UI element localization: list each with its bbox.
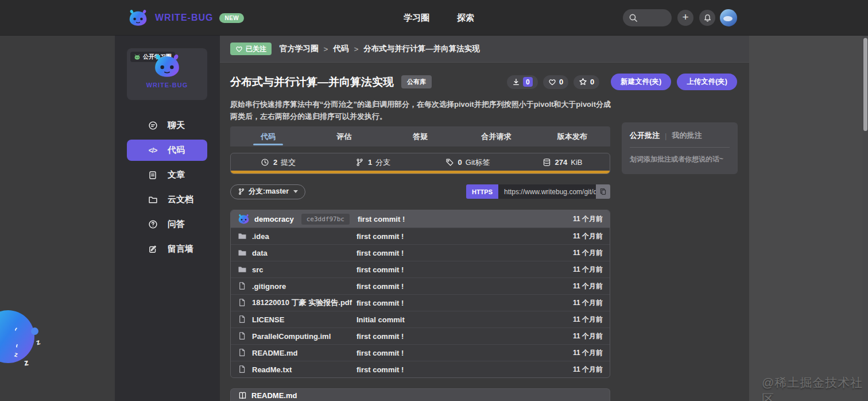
circle-card[interactable]: 公开学习圈 WRITE-BUG xyxy=(127,48,207,100)
create-new-button[interactable]: + xyxy=(677,10,693,26)
breadcrumb-repo[interactable]: 分布式与并行计算—并向算法实现 xyxy=(363,44,480,54)
green-bug-icon xyxy=(134,53,141,60)
annotation-placeholder[interactable]: 划词添加批注或者你想说的话~ xyxy=(630,155,730,164)
copy-icon xyxy=(599,188,607,195)
brand[interactable]: WRITE-BUG NEW xyxy=(127,0,244,36)
file-icon xyxy=(238,331,247,341)
heart-icon xyxy=(235,45,243,53)
like-count: 0 xyxy=(559,78,563,86)
sidebar-item-label: 代码 xyxy=(168,145,185,156)
app-window: WRITE-BUG NEW 学习圈 探索 + xyxy=(0,0,868,401)
file-row-readme-md[interactable]: README.md first commit ! 11 个月前 xyxy=(231,344,610,361)
file-row-license[interactable]: LICENSE Initial commit 11 个月前 xyxy=(231,311,610,327)
readme-section-header: README.md xyxy=(230,388,610,401)
annotation-tab-divider: | xyxy=(665,132,666,140)
sidebar-item-message-wall[interactable]: 留言墙 xyxy=(127,238,207,260)
user-avatar[interactable] xyxy=(720,9,737,26)
tab-public-annotations[interactable]: 公开批注 xyxy=(630,130,660,141)
file-row-idea[interactable]: .idea first commit ! 11 个月前 xyxy=(231,228,610,244)
question-icon xyxy=(148,219,158,230)
notifications-button[interactable] xyxy=(699,10,715,26)
repo-header: 分布式与并行计算—并向算法实现 公有库 0 xyxy=(230,73,737,91)
sidebar-item-code[interactable]: </> 代码 xyxy=(127,140,207,161)
file-icon xyxy=(238,365,247,374)
visibility-badge: 公有库 xyxy=(401,75,432,88)
like-count-pill[interactable]: 0 xyxy=(543,75,568,89)
download-icon xyxy=(512,78,520,86)
branch-selector[interactable]: 分支:master xyxy=(230,184,305,199)
circle-brand-text: WRITE-BUG xyxy=(127,82,207,88)
tab-code[interactable]: 代码 xyxy=(230,126,306,146)
branch-icon xyxy=(355,158,365,167)
folder-icon xyxy=(238,248,247,257)
file-row-readme-txt[interactable]: ReadMe.txt first commit ! 11 个月前 xyxy=(231,361,610,377)
download-count: 0 xyxy=(523,77,533,87)
star-count-pill[interactable]: 0 xyxy=(574,75,599,89)
tab-my-annotations[interactable]: 我的批注 xyxy=(672,130,702,141)
file-row-data[interactable]: data first commit ! 11 个月前 xyxy=(231,244,610,261)
sidebar-item-chat[interactable]: 聊天 xyxy=(127,115,207,136)
bell-icon xyxy=(703,14,712,22)
page-body: 公开学习圈 WRITE-BUG 聊天 </> xyxy=(0,36,868,401)
breadcrumb-section[interactable]: 代码 xyxy=(333,44,348,54)
commit-hash[interactable]: ce3ddf97bc xyxy=(301,214,350,225)
commit-author-avatar[interactable] xyxy=(238,214,250,225)
sidebar-item-label: 问答 xyxy=(168,219,185,230)
page-scrollbar[interactable] xyxy=(862,36,868,401)
sidebar-item-label: 云文档 xyxy=(168,194,193,205)
breadcrumb-separator: > xyxy=(324,45,328,53)
commits-stat[interactable]: 2 提交 xyxy=(231,153,326,171)
sidebar-item-label: 聊天 xyxy=(168,120,185,131)
branches-stat[interactable]: 1 分支 xyxy=(326,153,420,171)
new-file-button[interactable]: 新建文件(夹) xyxy=(611,74,671,90)
chevron-down-icon xyxy=(293,190,298,193)
repo-description: 原始串行快速排序算法中有“分而治之”的递归调用部分，在每次选择pivoit并把序… xyxy=(230,99,614,123)
file-row-src[interactable]: src first commit ! 11 个月前 xyxy=(231,261,610,277)
star-count: 0 xyxy=(590,78,594,86)
breadcrumb-circle[interactable]: 官方学习圈 xyxy=(280,44,319,54)
tab-qa[interactable]: 答疑 xyxy=(382,126,458,146)
commit-message[interactable]: first commit ! xyxy=(358,215,405,223)
file-icon xyxy=(238,282,247,291)
chat-icon xyxy=(148,121,158,131)
file-row-parallelcomputing-iml[interactable]: ParallelComputing.iml first commit ! 11 … xyxy=(231,327,610,344)
download-count-pill[interactable]: 0 xyxy=(507,75,538,89)
circle-robot-logo-icon xyxy=(153,53,181,79)
search-input[interactable] xyxy=(623,9,672,26)
main-content: 已关注 官方学习圈 > 代码 > 分布式与并行计算—并向算法实现 分布式与并行计… xyxy=(220,36,749,401)
commit-author-name[interactable]: democracy xyxy=(254,215,294,223)
sidebar-item-cloud-docs[interactable]: 云文档 xyxy=(127,189,207,210)
file-row-gitignore[interactable]: .gitignore first commit ! 11 个月前 xyxy=(231,277,610,294)
sidebar-item-label: 留言墙 xyxy=(168,244,193,255)
breadcrumb: 官方学习圈 > 代码 > 分布式与并行计算—并向算法实现 xyxy=(280,44,480,54)
tags-stat[interactable]: 0 Git标签 xyxy=(420,153,515,171)
book-icon xyxy=(238,391,247,400)
upload-file-button[interactable]: 上传文件(夹) xyxy=(677,74,737,90)
breadcrumb-separator: > xyxy=(354,45,358,53)
file-icon xyxy=(238,348,247,357)
nav-link-explore[interactable]: 探索 xyxy=(457,13,474,24)
folder-icon xyxy=(148,195,158,205)
tab-evaluation[interactable]: 评估 xyxy=(306,126,382,146)
followed-badge[interactable]: 已关注 xyxy=(230,43,272,55)
watermark: @稀土掘金技术社区 xyxy=(762,375,868,401)
tab-releases[interactable]: 版本发布 xyxy=(534,126,610,146)
sidebar-item-qa[interactable]: 问答 xyxy=(127,214,207,235)
scrollbar-thumb[interactable] xyxy=(863,38,867,131)
search-icon xyxy=(629,13,638,22)
sidebar-item-articles[interactable]: 文章 xyxy=(127,164,207,186)
nav-link-circles[interactable]: 学习圈 xyxy=(404,13,429,24)
star-icon xyxy=(579,78,587,86)
tab-merge-requests[interactable]: 合并请求 xyxy=(458,126,534,146)
sidebar-menu: 聊天 </> 代码 文章 xyxy=(127,115,207,260)
https-protocol-button[interactable]: HTTPS xyxy=(466,184,498,199)
clone-url-field[interactable]: https://www.writebug.com/git/demo xyxy=(498,184,596,199)
language-bar xyxy=(231,171,610,173)
size-stat[interactable]: 274 KiB xyxy=(515,153,610,171)
commit-time: 11 个月前 xyxy=(573,214,603,224)
clone-url-group: HTTPS https://www.writebug.com/git/demo xyxy=(466,184,610,199)
file-row-report-pdf[interactable]: 181220010 丁豪 实验报告.pdf first commit ! 11 … xyxy=(231,294,610,311)
file-icon xyxy=(238,298,247,307)
copy-url-button[interactable] xyxy=(596,184,610,199)
breadcrumb-bar: 已关注 官方学习圈 > 代码 > 分布式与并行计算—并向算法实现 xyxy=(220,36,749,63)
